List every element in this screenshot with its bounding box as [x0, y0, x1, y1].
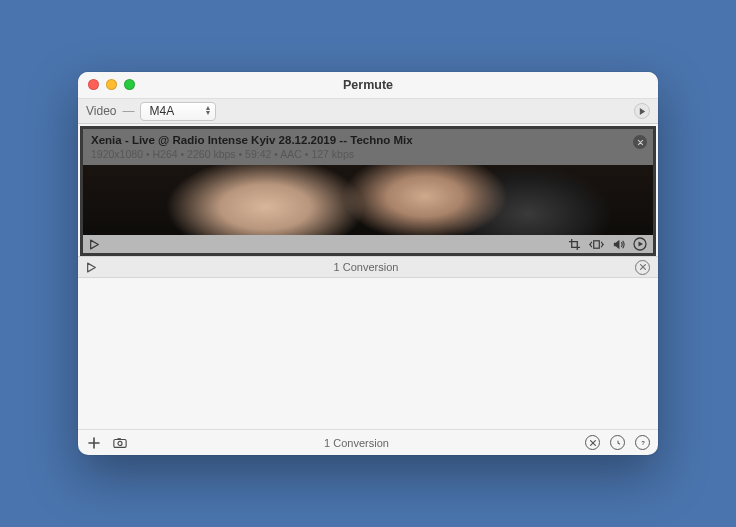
svg-rect-2 [114, 439, 126, 447]
empty-area [78, 278, 658, 429]
item-controls [83, 235, 653, 253]
history-button[interactable] [610, 435, 625, 450]
svg-rect-0 [594, 240, 600, 247]
crop-icon [568, 238, 581, 251]
video-thumbnail [83, 165, 653, 235]
svg-text:?: ? [641, 440, 645, 446]
item-header: Xenia - Live @ Radio Intense Kyiv 28.12.… [83, 129, 653, 165]
window-title: Permute [343, 78, 393, 92]
output-format-select[interactable]: M4A ▲▼ [140, 102, 216, 121]
select-carets-icon: ▲▼ [205, 105, 212, 115]
play-icon [86, 262, 97, 273]
start-conversion-button[interactable] [634, 103, 650, 119]
queue-count-label: 1 Conversion [334, 261, 399, 273]
capture-button[interactable] [112, 435, 128, 451]
item-metadata: 1920x1080 • H264 • 2260 kbps • 59:42 • A… [91, 148, 645, 160]
close-window-button[interactable] [88, 79, 99, 90]
item-title: Xenia - Live @ Radio Intense Kyiv 28.12.… [91, 134, 645, 146]
items-area: Xenia - Live @ Radio Intense Kyiv 28.12.… [78, 124, 658, 256]
close-icon [589, 439, 597, 447]
output-format-value: M4A [149, 104, 174, 118]
bottom-toolbar: 1 Conversion ? [78, 429, 658, 455]
crop-button[interactable] [568, 238, 581, 251]
conversion-item[interactable]: Xenia - Live @ Radio Intense Kyiv 28.12.… [80, 126, 656, 256]
clock-icon [614, 439, 622, 447]
source-type-label: Video [86, 104, 116, 118]
svg-rect-4 [117, 438, 121, 440]
app-window: Permute Video — M4A ▲▼ Xenia - Live @ Ra… [78, 72, 658, 455]
plus-icon [87, 436, 101, 450]
zoom-window-button[interactable] [124, 79, 135, 90]
resize-icon [589, 238, 604, 251]
speaker-icon [612, 238, 625, 251]
separator-dash: — [122, 104, 134, 118]
queue-cancel-button[interactable] [635, 260, 650, 275]
titlebar: Permute [78, 72, 658, 98]
close-icon [639, 263, 647, 271]
remove-item-button[interactable] [633, 135, 647, 149]
format-toolbar: Video — M4A ▲▼ [78, 98, 658, 124]
close-icon [637, 139, 644, 146]
svg-point-3 [118, 441, 122, 445]
question-icon: ? [639, 439, 647, 447]
add-file-button[interactable] [86, 435, 102, 451]
preview-play-button[interactable] [89, 239, 100, 250]
queue-statusbar: 1 Conversion [78, 256, 658, 278]
queue-play-button[interactable] [86, 262, 97, 273]
audio-button[interactable] [612, 238, 625, 251]
play-circle-icon [633, 237, 647, 251]
footer-count-label: 1 Conversion [138, 437, 575, 449]
resize-button[interactable] [589, 238, 604, 251]
item-start-button[interactable] [633, 237, 647, 251]
help-button[interactable]: ? [635, 435, 650, 450]
play-icon [638, 107, 647, 116]
minimize-window-button[interactable] [106, 79, 117, 90]
traffic-lights [88, 79, 135, 90]
cancel-all-button[interactable] [585, 435, 600, 450]
camera-icon [113, 436, 127, 450]
play-icon [89, 239, 100, 250]
